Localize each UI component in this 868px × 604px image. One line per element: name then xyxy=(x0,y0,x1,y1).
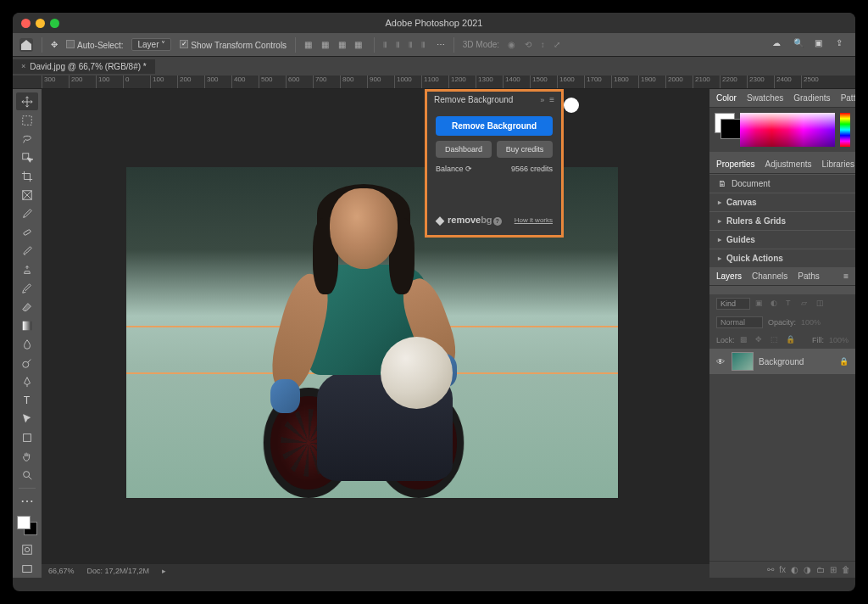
tab-layers[interactable]: Layers xyxy=(716,271,742,281)
remove-background-button[interactable]: Remove Background xyxy=(436,116,553,136)
workspace-icon[interactable]: ▣ xyxy=(815,38,827,51)
delete-icon[interactable]: 🗑 xyxy=(842,565,850,574)
lock-position-icon[interactable]: ✥ xyxy=(755,335,765,345)
object-select-tool-icon[interactable] xyxy=(16,148,38,166)
lock-artboard-icon[interactable]: ⬚ xyxy=(771,335,781,345)
remove-bg-panel: Remove Background » ≡ Remove Background … xyxy=(425,89,564,238)
how-it-works-link[interactable]: How it works xyxy=(515,216,553,224)
chevron-right-icon[interactable]: ▸ xyxy=(718,236,721,243)
distribute-icons[interactable]: ⫴ ⫴ ⫴ ⫴ xyxy=(383,40,427,50)
color-spectrum[interactable] xyxy=(740,113,835,147)
chevron-right-icon[interactable]: ▸ xyxy=(718,254,721,262)
tab-swatches[interactable]: Swatches xyxy=(747,93,783,103)
eraser-tool-icon[interactable] xyxy=(16,299,38,316)
tab-gradients[interactable]: Gradients xyxy=(793,93,830,103)
filter-smart-icon[interactable]: ◫ xyxy=(816,299,826,309)
layer-row-background[interactable]: 👁 Background 🔒 xyxy=(709,349,855,374)
gradient-tool-icon[interactable] xyxy=(16,317,38,335)
move-tool-icon[interactable] xyxy=(16,92,38,110)
history-brush-icon[interactable] xyxy=(16,279,38,297)
lock-all-icon[interactable]: 🔒 xyxy=(786,335,796,345)
group-icon[interactable]: 🗀 xyxy=(816,565,825,574)
visibility-icon[interactable]: 👁 xyxy=(716,357,726,366)
tab-channels[interactable]: Channels xyxy=(752,271,787,281)
blur-tool-icon[interactable] xyxy=(16,336,38,354)
align-icons[interactable]: ▦ ▦ ▦ ▦ xyxy=(304,40,365,49)
healing-tool-icon[interactable] xyxy=(16,223,38,241)
frame-tool-icon[interactable] xyxy=(16,186,38,204)
hue-slider[interactable] xyxy=(840,113,850,147)
maximize-window-icon[interactable] xyxy=(50,19,59,28)
document-icon: 🗎 xyxy=(718,179,726,188)
color-picker[interactable] xyxy=(709,108,855,152)
collapse-icon[interactable]: » xyxy=(540,96,544,104)
credits-value: 9566 credits xyxy=(511,165,553,173)
share-icon[interactable]: ⇪ xyxy=(836,38,849,51)
type-tool-icon[interactable]: T xyxy=(16,392,38,410)
blend-mode-dropdown[interactable]: Normal xyxy=(716,316,763,328)
filter-image-icon[interactable]: ▣ xyxy=(755,299,765,309)
search-icon[interactable]: 🔍 xyxy=(793,38,806,51)
fill-value[interactable]: 100% xyxy=(829,336,849,344)
chevron-right-icon[interactable]: ▸ xyxy=(718,217,721,225)
ext-panel-header[interactable]: Remove Background » ≡ xyxy=(427,92,561,108)
pen-tool-icon[interactable] xyxy=(16,373,38,391)
quick-mask-icon[interactable] xyxy=(16,541,38,559)
eyedropper-tool-icon[interactable] xyxy=(16,204,38,222)
buy-credits-button[interactable]: Buy credits xyxy=(497,141,553,158)
crop-tool-icon[interactable] xyxy=(16,167,38,185)
lock-icon[interactable]: 🔒 xyxy=(839,357,849,366)
chevron-right-icon[interactable]: ▸ xyxy=(718,199,721,206)
path-tool-icon[interactable] xyxy=(16,411,38,428)
adjustment-icon[interactable]: ◑ xyxy=(804,565,811,574)
filter-type-icon[interactable]: T xyxy=(786,299,796,309)
layers-footer: ⚯ fx ◐ ◑ 🗀 ⊞ 🗑 xyxy=(709,561,855,578)
tab-color[interactable]: Color xyxy=(716,93,737,103)
fg-bg-swatch[interactable] xyxy=(715,113,735,133)
tab-patterns[interactable]: Patterns xyxy=(841,93,855,103)
more-icon[interactable]: ⋯ xyxy=(437,40,445,49)
layer-thumbnail[interactable] xyxy=(732,352,754,371)
cloud-icon[interactable]: ☁ xyxy=(772,38,785,51)
auto-select-checkbox[interactable] xyxy=(66,40,75,48)
link-layers-icon[interactable]: ⚯ xyxy=(767,565,774,574)
filter-adjust-icon[interactable]: ◐ xyxy=(771,299,781,309)
opacity-value[interactable]: 100% xyxy=(801,318,821,327)
mask-icon[interactable]: ◐ xyxy=(791,565,798,574)
refresh-icon[interactable]: ⟳ xyxy=(465,165,472,173)
panel-menu-icon[interactable]: ≡ xyxy=(843,271,849,281)
edit-toolbar-icon[interactable]: ⋯ xyxy=(16,492,38,510)
screen-mode-icon[interactable] xyxy=(16,560,38,578)
brush-tool-icon[interactable] xyxy=(16,242,38,260)
tab-adjustments[interactable]: Adjustments xyxy=(765,159,812,169)
marquee-tool-icon[interactable] xyxy=(16,111,38,129)
canvas-area[interactable]: Remove Background » ≡ Remove Background … xyxy=(42,89,709,578)
document-tab[interactable]: × David.jpg @ 66,7% (RGB/8#) * xyxy=(13,59,155,74)
panel-menu-icon[interactable]: ≡ xyxy=(549,95,554,104)
dashboard-button[interactable]: Dashboard xyxy=(436,141,492,158)
close-window-icon[interactable] xyxy=(21,19,31,28)
remove-bg-icon[interactable] xyxy=(564,98,579,113)
right-panels: Color Swatches Gradients Patterns Proper… xyxy=(709,89,855,578)
transform-controls-checkbox[interactable] xyxy=(180,40,188,48)
status-chevron-icon[interactable]: ▸ xyxy=(162,567,166,575)
tab-paths[interactable]: Paths xyxy=(798,271,820,281)
hand-tool-icon[interactable] xyxy=(16,448,38,466)
home-icon[interactable] xyxy=(19,38,33,52)
minimize-window-icon[interactable] xyxy=(36,19,45,28)
filter-shape-icon[interactable]: ▱ xyxy=(801,299,811,309)
kind-filter[interactable] xyxy=(716,298,750,310)
lock-pixels-icon[interactable]: ▩ xyxy=(740,335,750,345)
close-tab-icon[interactable]: × xyxy=(21,62,25,70)
zoom-tool-icon[interactable] xyxy=(16,467,38,484)
shape-tool-icon[interactable] xyxy=(16,429,38,447)
lasso-tool-icon[interactable] xyxy=(16,130,38,148)
layer-select-dropdown[interactable]: Layer ˅ xyxy=(131,38,171,51)
fx-icon[interactable]: fx xyxy=(779,565,786,574)
zoom-level[interactable]: 66,67% xyxy=(48,567,75,575)
tab-libraries[interactable]: Libraries xyxy=(822,159,854,169)
color-swatch[interactable] xyxy=(17,516,37,535)
tab-properties[interactable]: Properties xyxy=(716,159,755,169)
dodge-tool-icon[interactable] xyxy=(16,355,38,372)
clone-tool-icon[interactable] xyxy=(16,260,38,278)
